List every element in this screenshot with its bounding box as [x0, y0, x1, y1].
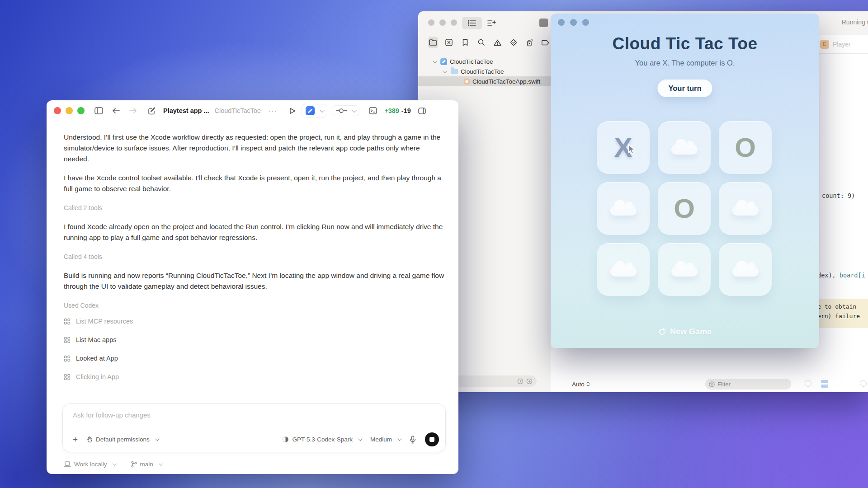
- ttt-traffic-lights[interactable]: [558, 19, 589, 26]
- chevron-down-icon: [159, 461, 163, 466]
- assistant-message: I found Xcode already open on the projec…: [64, 221, 446, 243]
- terminal-button[interactable]: [366, 104, 380, 117]
- game-title: Cloud Tic Tac Toe: [551, 34, 819, 53]
- assistant-message: I have the Xcode control toolset availab…: [64, 173, 446, 194]
- bookmark-icon: [462, 39, 468, 46]
- composer[interactable]: + Default permissions GPT-5.3-Codex-Spar…: [62, 404, 446, 452]
- tool-call-row[interactable]: List Mac apps: [64, 334, 441, 346]
- variables-view-mode[interactable]: Auto: [572, 381, 590, 388]
- right-panel-toggle-button[interactable]: [415, 104, 429, 117]
- work-mode-selector[interactable]: Work locally: [64, 461, 116, 468]
- play-icon: [289, 108, 296, 114]
- console-pane-toggles[interactable]: [821, 380, 828, 388]
- back-button[interactable]: [109, 104, 123, 117]
- board-cell[interactable]: [597, 243, 650, 296]
- minimize-icon[interactable]: [66, 107, 73, 114]
- tab-debug[interactable]: [525, 37, 535, 48]
- tab-find[interactable]: [476, 37, 486, 48]
- board-cell[interactable]: [658, 121, 711, 174]
- close-icon[interactable]: [54, 107, 61, 114]
- reasoning-selector[interactable]: Medium: [368, 434, 403, 445]
- new-game-button[interactable]: New Game: [658, 327, 712, 337]
- xcode-traffic-lights[interactable]: [428, 19, 457, 26]
- sparkle-list-icon: [487, 19, 496, 27]
- project-name: CloudTicTacToe: [215, 107, 261, 114]
- trash-icon[interactable]: [860, 380, 867, 387]
- tab-tests[interactable]: [509, 37, 519, 48]
- board-cell[interactable]: O: [719, 121, 772, 174]
- overflow-menu-button[interactable]: ···: [268, 107, 278, 115]
- assistant-message: Build is running and now reports “Runnin…: [64, 270, 446, 292]
- tool-call-row[interactable]: List MCP resources: [64, 315, 441, 327]
- tab-issues[interactable]: [493, 37, 503, 48]
- stop-run-button[interactable]: [539, 19, 548, 27]
- tree-item-project-root[interactable]: CloudTicTacToe: [418, 56, 551, 66]
- permissions-label: Default permissions: [96, 436, 150, 443]
- tool-call-row[interactable]: Looked at App: [64, 352, 441, 364]
- x-square-icon: [445, 39, 453, 46]
- tab-project-navigator[interactable]: [428, 37, 438, 48]
- intelligence-button[interactable]: [483, 17, 501, 29]
- stop-generation-button[interactable]: [425, 432, 439, 446]
- terminal-icon: [369, 107, 377, 114]
- forward-button[interactable]: [126, 104, 140, 117]
- board-cell[interactable]: X: [597, 121, 650, 174]
- tree-item-group[interactable]: CloudTicTacToe: [418, 66, 551, 76]
- branch-selector[interactable]: [332, 105, 359, 116]
- close-icon[interactable]: [428, 19, 434, 26]
- assistant-message: Understood. I’ll first use the Xcode wor…: [64, 132, 446, 164]
- codex-window[interactable]: Playtest app ... CloudTicTacToe ··· +389…: [47, 100, 458, 474]
- warning-icon: [494, 39, 501, 46]
- jump-bar-symbol[interactable]: Player: [833, 41, 851, 48]
- tab-breakpoints[interactable]: [541, 37, 551, 48]
- chevron-down-icon[interactable]: [443, 70, 447, 73]
- tool-call-label: Looked at App: [76, 353, 118, 364]
- permissions-selector[interactable]: Default permissions: [84, 434, 161, 445]
- tool-call-label: Clicking in App: [76, 371, 119, 382]
- zoom-icon[interactable]: [582, 19, 589, 26]
- chevron-down-icon: [397, 436, 402, 441]
- tool-call-row[interactable]: Clicking in App: [64, 371, 441, 383]
- dictate-button[interactable]: [407, 434, 419, 446]
- board-cell[interactable]: O: [658, 182, 711, 235]
- spray-can-icon: [526, 39, 533, 47]
- tree-item-swift-file[interactable]: CloudTicTacToeApp.swift: [418, 76, 551, 86]
- editor-list-button[interactable]: [462, 17, 482, 29]
- board-cell[interactable]: [719, 243, 772, 296]
- cloud-icon: [732, 267, 759, 277]
- panel-icon: [418, 108, 426, 114]
- hand-icon: [87, 436, 93, 443]
- board-cell[interactable]: [719, 182, 772, 235]
- clear-console-icon[interactable]: [805, 380, 811, 387]
- run-button[interactable]: [286, 104, 299, 117]
- chat-transcript: Understood. I’ll first use the Xcode wor…: [47, 121, 458, 389]
- recent-clock-icon[interactable]: [517, 378, 524, 385]
- tool-call-summary[interactable]: Called 2 tools: [64, 202, 441, 213]
- board-cell[interactable]: [597, 182, 650, 235]
- zoom-icon[interactable]: [77, 107, 85, 114]
- tool-call-summary[interactable]: Called 4 tools: [64, 251, 441, 262]
- tool-call-label: List MCP resources: [76, 316, 133, 327]
- tab-source-control[interactable]: [444, 37, 454, 48]
- model-selector[interactable]: GPT-5.3-Codex-Spark: [279, 434, 364, 445]
- plus-minus-icon[interactable]: [526, 378, 533, 385]
- xcode-target-selector[interactable]: [302, 104, 327, 117]
- tab-bookmarks[interactable]: [460, 37, 470, 48]
- zoom-icon[interactable]: [451, 19, 457, 26]
- chevron-down-icon[interactable]: [433, 60, 437, 63]
- board-cell[interactable]: [658, 243, 711, 296]
- followup-input[interactable]: [73, 411, 425, 419]
- cloud-icon: [732, 206, 759, 216]
- cloud-icon: [610, 267, 637, 277]
- console-filter-field[interactable]: Filter: [705, 379, 791, 389]
- new-chat-button[interactable]: [145, 104, 159, 117]
- codex-traffic-lights[interactable]: [54, 107, 85, 114]
- branch-selector[interactable]: main: [131, 461, 162, 468]
- minimize-icon[interactable]: [439, 19, 446, 26]
- attach-button[interactable]: +: [70, 435, 80, 445]
- close-icon[interactable]: [558, 19, 565, 26]
- sidebar-toggle-button[interactable]: [92, 104, 105, 117]
- minimize-icon[interactable]: [570, 19, 577, 26]
- tictactoe-window[interactable]: Cloud Tic Tac Toe You are X. The compute…: [551, 14, 819, 348]
- used-codex-header: Used Codex: [64, 300, 441, 311]
